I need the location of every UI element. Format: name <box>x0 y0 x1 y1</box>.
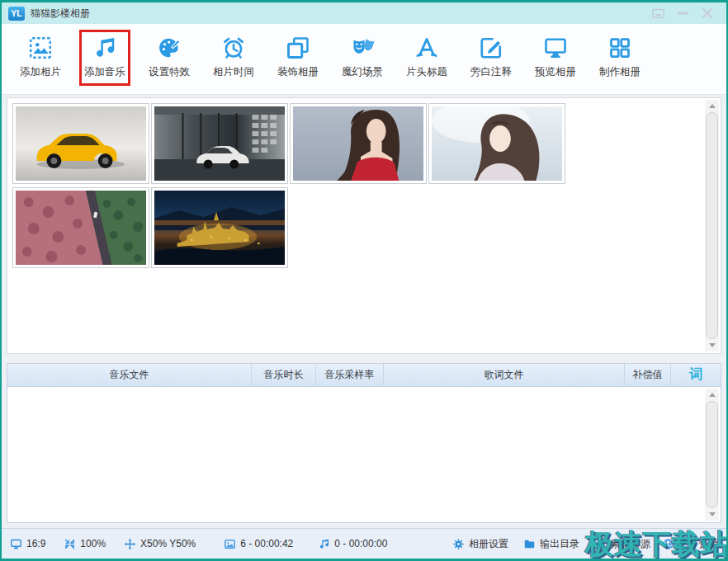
toolbar-label: 相片时间 <box>213 65 254 79</box>
music-list-panel: 音乐文件 音乐时长 音乐采样率 歌词文件 补偿值 词 <box>7 363 721 523</box>
scrollbar-thumb[interactable] <box>706 112 718 339</box>
photo-thumbnail[interactable] <box>12 187 149 268</box>
monitor-icon <box>10 538 22 550</box>
edit-note-icon <box>479 35 503 60</box>
intro-title-button[interactable]: 片头标题 <box>395 30 459 86</box>
toolbar-label: 片头标题 <box>406 65 447 79</box>
preview-album-button[interactable]: 预览相册 <box>523 30 588 86</box>
toolbar-label: 预览相册 <box>535 65 576 79</box>
output-directory-button[interactable]: 输出目录 <box>523 537 579 551</box>
photo-thumbnail[interactable] <box>428 103 565 184</box>
column-music-file: 音乐文件 <box>7 364 252 386</box>
photo-count-icon <box>224 538 236 550</box>
photo-panel-scrollbar[interactable] <box>705 100 719 351</box>
music-note-icon <box>92 35 117 60</box>
scrollbar-thumb[interactable] <box>706 401 718 508</box>
app-logo: YL <box>8 7 25 21</box>
photo-thumbnail[interactable] <box>151 187 288 268</box>
add-music-button[interactable]: 添加音乐 <box>73 30 137 86</box>
scroll-up-arrow-icon[interactable] <box>705 389 719 401</box>
alarm-clock-icon <box>221 35 246 60</box>
zoom-indicator: 100% <box>64 538 106 550</box>
toolbar-label: 添加音乐 <box>84 65 125 79</box>
toolbar-label: 装饰相册 <box>277 65 319 79</box>
close-icon[interactable] <box>695 3 720 23</box>
music-table-body <box>7 387 721 522</box>
magic-scene-button[interactable]: 魔幻场景 <box>330 30 395 86</box>
minimize-icon[interactable] <box>670 3 695 23</box>
photo-stamp-icon <box>28 35 53 60</box>
scroll-down-arrow-icon[interactable] <box>705 339 719 351</box>
gear-icon <box>452 538 465 550</box>
status-bar: 16:9 100% X50% Y50% 6 - 00:00:42 0 - 00:… <box>2 528 726 559</box>
toolbar-label: 设置特效 <box>149 65 190 79</box>
music-count-icon <box>318 538 330 550</box>
folder-icon <box>523 538 536 550</box>
title-letter-icon <box>414 35 439 60</box>
shrink-icon <box>64 538 76 550</box>
column-sample-rate: 音乐采样率 <box>316 364 384 386</box>
photo-thumbnail[interactable] <box>151 103 288 184</box>
grid-icon <box>607 35 632 60</box>
monitor-icon <box>543 35 568 60</box>
more-resources-button[interactable]: 更多资源 <box>662 537 718 551</box>
make-album-button[interactable]: 制作相册 <box>588 30 652 86</box>
move-icon <box>124 538 136 550</box>
window-title: 猫猫影楼相册 <box>31 7 90 21</box>
window-controls <box>645 3 720 23</box>
toolbar-label: 制作相册 <box>599 65 641 79</box>
column-compensation: 补偿值 <box>625 364 671 386</box>
music-count-indicator: 0 - 00:00:00 <box>318 538 387 550</box>
toolbar-label: 添加相片 <box>20 65 61 79</box>
photo-thumbnail[interactable] <box>12 103 149 184</box>
aspect-ratio-indicator: 16:9 <box>10 538 45 550</box>
scroll-down-arrow-icon[interactable] <box>705 508 719 521</box>
music-table-header: 音乐文件 音乐时长 音乐采样率 歌词文件 补偿值 词 <box>7 364 721 387</box>
column-music-duration: 音乐时长 <box>252 364 316 386</box>
toolbar-label: 旁白注释 <box>470 65 512 79</box>
theater-masks-icon <box>350 35 375 60</box>
material-resources-button[interactable]: 素材资源 <box>594 537 650 551</box>
set-effects-button[interactable]: 设置特效 <box>137 30 201 86</box>
column-lyrics-file: 歌词文件 <box>384 364 625 386</box>
lyrics-word-icon: 词 <box>671 364 721 386</box>
photo-thumbnail[interactable] <box>290 103 427 184</box>
position-indicator: X50% Y50% <box>124 538 196 550</box>
app-window: YL 猫猫影楼相册 添加相片 <box>0 0 728 561</box>
title-bar: YL 猫猫影楼相册 <box>2 2 726 24</box>
frames-icon <box>286 35 310 60</box>
star-icon <box>594 538 607 550</box>
photo-count-indicator: 6 - 00:00:42 <box>224 538 293 550</box>
decorate-album-button[interactable]: 装饰相册 <box>266 30 330 86</box>
toolbar-label: 魔幻场景 <box>342 65 383 79</box>
music-panel-scrollbar[interactable] <box>705 389 719 521</box>
add-photo-button[interactable]: 添加相片 <box>8 30 73 86</box>
globe-icon <box>662 538 674 550</box>
toolbar: 添加相片 添加音乐 设置特效 <box>2 24 726 95</box>
photo-time-button[interactable]: 相片时间 <box>201 30 266 86</box>
photo-grid <box>12 103 699 348</box>
photo-list-panel <box>7 97 721 354</box>
narration-button[interactable]: 旁白注释 <box>459 30 523 86</box>
palette-icon <box>157 35 182 60</box>
tray-icon[interactable] <box>645 3 670 23</box>
scroll-up-arrow-icon[interactable] <box>705 100 719 112</box>
album-settings-button[interactable]: 相册设置 <box>452 537 508 551</box>
